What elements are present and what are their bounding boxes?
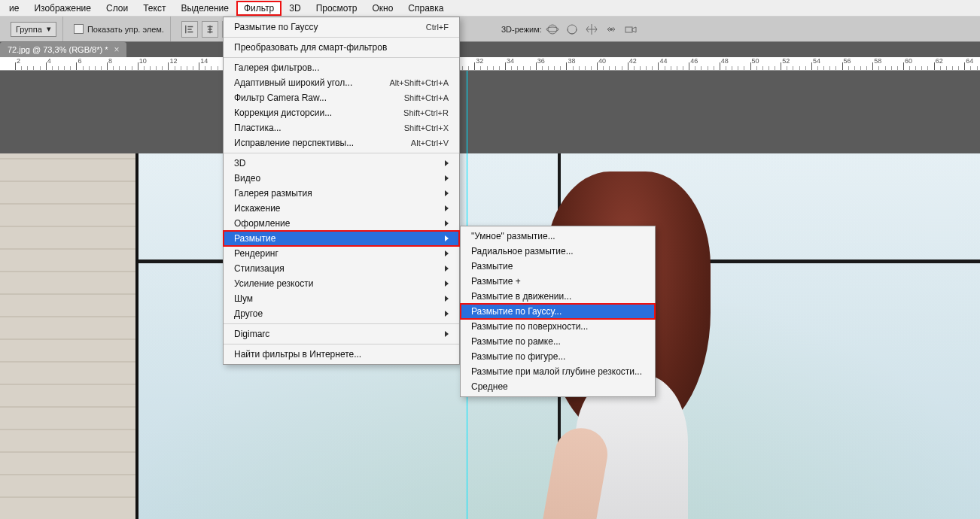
filter-submenu-stylize[interactable]: Оформление bbox=[224, 216, 459, 231]
ruler-label: 34 bbox=[507, 57, 514, 65]
document-tab-title: 72.jpg @ 73,3% (RGB/8*) * bbox=[8, 45, 108, 54]
chevron-right-icon bbox=[445, 205, 449, 211]
chevron-right-icon bbox=[445, 331, 449, 337]
ruler-label: 56 bbox=[844, 57, 851, 65]
ruler-label: 14 bbox=[200, 57, 208, 65]
show-controls-label: Показать упр. элем. bbox=[87, 25, 164, 34]
ruler-label: 42 bbox=[629, 57, 637, 65]
orbit-icon[interactable] bbox=[546, 23, 559, 36]
menu-image[interactable]: Изображение bbox=[26, 1, 99, 16]
chevron-right-icon bbox=[445, 220, 449, 226]
blur-submenu-popup: "Умное" размытие... Радиальное размытие.… bbox=[460, 226, 656, 397]
chevron-right-icon bbox=[445, 190, 449, 196]
filter-gallery[interactable]: Галерея фильтров... bbox=[224, 60, 459, 75]
filter-submenu-render[interactable]: Рендеринг bbox=[224, 246, 459, 261]
filter-submenu-distort[interactable]: Искажение bbox=[224, 201, 459, 216]
ruler-label: 62 bbox=[936, 57, 943, 65]
mode-3d-group: 3D-режим: bbox=[495, 17, 644, 41]
filter-digimarc[interactable]: Digimarc bbox=[224, 326, 459, 341]
blur-surface[interactable]: Размытие по поверхности... bbox=[461, 319, 655, 334]
chevron-right-icon bbox=[445, 250, 449, 256]
camera-icon[interactable] bbox=[624, 23, 638, 36]
chevron-right-icon bbox=[445, 266, 449, 272]
blur-motion[interactable]: Размытие в движении... bbox=[461, 289, 655, 304]
blur-more[interactable]: Размытие + bbox=[461, 274, 655, 289]
menu-filter[interactable]: Фильтр bbox=[236, 1, 282, 16]
ruler-label: 48 bbox=[721, 57, 729, 65]
group-dropdown-label: Группа bbox=[16, 25, 42, 34]
ruler-label: 64 bbox=[966, 57, 973, 65]
ruler-label: 38 bbox=[568, 57, 575, 65]
menu-help[interactable]: Справка bbox=[400, 1, 451, 16]
menu-window[interactable]: Окно bbox=[364, 1, 400, 16]
ruler-label: 50 bbox=[752, 57, 759, 65]
chevron-right-icon bbox=[445, 311, 449, 317]
filter-convert-smart[interactable]: Преобразовать для смарт-фильтров bbox=[224, 40, 459, 55]
options-bar: Группа ▾ Показать упр. элем. 3D-режим: bbox=[0, 17, 980, 42]
main-menubar: ие Изображение Слои Текст Выделение Филь… bbox=[0, 0, 980, 17]
menu-edit-truncated[interactable]: ие bbox=[2, 1, 26, 16]
chevron-down-icon: ▾ bbox=[47, 24, 51, 34]
chevron-right-icon bbox=[445, 175, 449, 181]
filter-menu-popup: Размытие по Гауссу Ctrl+F Преобразовать … bbox=[223, 17, 460, 365]
group-dropdown[interactable]: Группа ▾ bbox=[11, 22, 56, 37]
menu-3d[interactable]: 3D bbox=[282, 1, 308, 16]
filter-last-used[interactable]: Размытие по Гауссу Ctrl+F bbox=[224, 20, 459, 35]
filter-submenu-other[interactable]: Другое bbox=[224, 306, 459, 321]
filter-submenu-stylization[interactable]: Стилизация bbox=[224, 261, 459, 276]
ruler-label: 6 bbox=[78, 57, 81, 65]
ruler-label: 46 bbox=[690, 57, 698, 65]
filter-submenu-noise[interactable]: Шум bbox=[224, 291, 459, 306]
menu-select[interactable]: Выделение bbox=[173, 1, 236, 16]
filter-find-online[interactable]: Найти фильтры в Интернете... bbox=[224, 347, 459, 362]
blur-gaussian[interactable]: Размытие по Гауссу... bbox=[461, 304, 655, 319]
filter-submenu-sharpen[interactable]: Усиление резкости bbox=[224, 276, 459, 291]
ruler-label: 54 bbox=[813, 57, 820, 65]
chevron-right-icon bbox=[445, 281, 449, 287]
document-tab[interactable]: 72.jpg @ 73,3% (RGB/8*) * × bbox=[0, 42, 126, 57]
blur-average[interactable]: Среднее bbox=[461, 379, 655, 394]
group-mode-group: Группа ▾ bbox=[5, 17, 63, 41]
ruler-label: 12 bbox=[169, 57, 177, 65]
svg-point-0 bbox=[548, 25, 557, 34]
ruler-label: 36 bbox=[537, 57, 545, 65]
close-icon[interactable]: × bbox=[114, 44, 119, 55]
ruler-label: 52 bbox=[782, 57, 790, 65]
blur-smart[interactable]: "Умное" размытие... bbox=[461, 229, 655, 244]
blur-radial[interactable]: Радиальное размытие... bbox=[461, 244, 655, 259]
filter-submenu-video[interactable]: Видео bbox=[224, 171, 459, 186]
chevron-right-icon bbox=[445, 160, 449, 166]
menu-layers[interactable]: Слои bbox=[99, 1, 135, 16]
ruler-label: 32 bbox=[476, 57, 483, 65]
show-controls-checkbox[interactable] bbox=[74, 24, 84, 34]
ruler-label: 8 bbox=[108, 57, 112, 65]
align-center-icon[interactable] bbox=[202, 21, 218, 38]
roll-icon[interactable] bbox=[565, 23, 579, 36]
ruler-label: 2 bbox=[17, 57, 20, 65]
filter-liquify[interactable]: Пластика... Shift+Ctrl+X bbox=[224, 120, 459, 135]
show-controls-group: Показать упр. элем. bbox=[68, 17, 171, 41]
pan-icon[interactable] bbox=[585, 23, 598, 36]
blur-shape[interactable]: Размытие по фигуре... bbox=[461, 349, 655, 364]
align-left-icon[interactable] bbox=[181, 21, 198, 38]
blur-blur[interactable]: Размытие bbox=[461, 259, 655, 274]
filter-lens-correction[interactable]: Коррекция дисторсии... Shift+Ctrl+R bbox=[224, 105, 459, 120]
filter-submenu-3d[interactable]: 3D bbox=[224, 156, 459, 171]
document-tab-row: 72.jpg @ 73,3% (RGB/8*) * × bbox=[0, 42, 980, 57]
slide-icon[interactable] bbox=[604, 23, 618, 36]
svg-rect-4 bbox=[625, 27, 632, 32]
filter-vanishing-point[interactable]: Исправление перспективы... Alt+Ctrl+V bbox=[224, 135, 459, 150]
filter-camera-raw[interactable]: Фильтр Camera Raw... Shift+Ctrl+A bbox=[224, 90, 459, 105]
filter-submenu-blur-gallery[interactable]: Галерея размытия bbox=[224, 186, 459, 201]
filter-submenu-blur[interactable]: Размытие bbox=[224, 231, 459, 246]
menu-text[interactable]: Текст bbox=[135, 1, 173, 16]
ruler-label: 58 bbox=[874, 57, 881, 65]
ruler-label: 44 bbox=[659, 57, 667, 65]
menu-view[interactable]: Просмотр bbox=[309, 1, 365, 16]
filter-adaptive-wide[interactable]: Адаптивный широкий угол... Alt+Shift+Ctr… bbox=[224, 75, 459, 90]
ruler-label: 40 bbox=[598, 57, 606, 65]
blur-box[interactable]: Размытие по рамке... bbox=[461, 334, 655, 349]
ruler-label: 4 bbox=[47, 57, 51, 65]
blur-lens[interactable]: Размытие при малой глубине резкости... bbox=[461, 364, 655, 379]
mode-3d-label: 3D-режим: bbox=[501, 25, 542, 34]
